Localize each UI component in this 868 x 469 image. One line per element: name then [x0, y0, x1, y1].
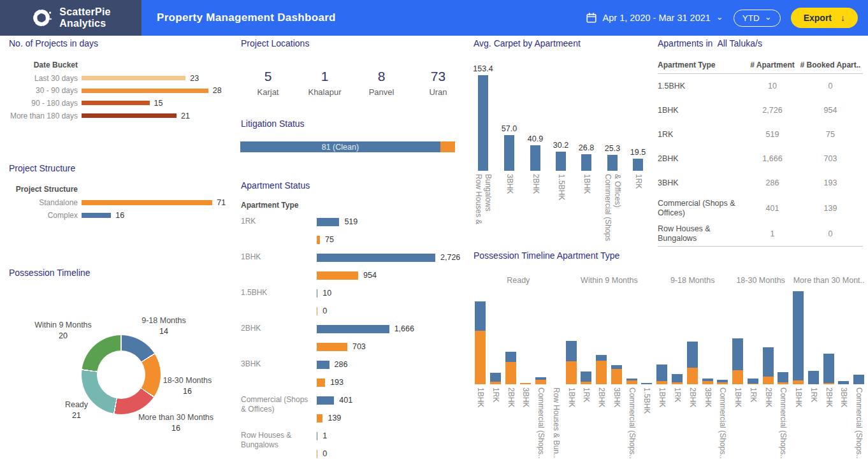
bar[interactable] [82, 113, 177, 118]
bar-segment-available[interactable] [475, 301, 486, 331]
bar-segment-available[interactable] [566, 341, 577, 361]
table-row[interactable]: 3BHK286193 [658, 171, 863, 195]
table-row[interactable]: 1BHK2,726954 [658, 98, 863, 122]
axis-label: 1BHK [733, 387, 742, 469]
axis-label: Commercial (Shops.. [854, 387, 864, 469]
bar-segment-booked[interactable] [490, 382, 501, 384]
bar[interactable] [317, 218, 339, 226]
bar-segment-booked[interactable] [535, 380, 546, 384]
bar-segment-booked[interactable] [596, 361, 607, 384]
bar-segment-available[interactable] [672, 374, 683, 382]
bar[interactable] [504, 135, 514, 171]
bar-segment-booked[interactable] [656, 381, 667, 384]
bar[interactable] [82, 200, 212, 205]
axis-label[interactable]: Commercial (Shops & Offices) [603, 174, 622, 250]
bar-segment-available[interactable] [793, 291, 804, 380]
location-kpi[interactable]: 5Karjat [240, 69, 296, 97]
axis-label[interactable]: 1BHK [582, 174, 591, 250]
bar[interactable] [317, 254, 435, 262]
location-kpi[interactable]: 1Khalapur [296, 69, 353, 97]
axis-label[interactable]: Row Houses & Bungalows [474, 174, 493, 250]
bar[interactable] [317, 414, 322, 422]
bar-segment-booked[interactable] [687, 368, 698, 384]
axis-label[interactable]: 1RK [633, 174, 643, 250]
bar[interactable] [478, 75, 488, 171]
bar-segment-available[interactable] [808, 371, 819, 384]
bar[interactable] [633, 159, 643, 171]
litigation-segment[interactable]: 81 (Clean) [240, 141, 440, 152]
bar-segment-booked[interactable] [748, 384, 758, 384]
bar-segment-available[interactable] [823, 354, 834, 383]
bar[interactable] [82, 101, 150, 105]
bar[interactable] [317, 450, 317, 458]
value-label: 30.2 [548, 141, 574, 150]
bar-segment-booked[interactable] [611, 369, 622, 384]
bar-segment-booked[interactable] [672, 382, 683, 384]
bar[interactable] [317, 361, 329, 369]
bar[interactable] [82, 89, 208, 93]
bar-segment-available[interactable] [778, 372, 788, 382]
bar[interactable] [82, 76, 185, 80]
table-row[interactable]: 1.5BHK100 [658, 74, 863, 98]
bar-segment-available[interactable] [748, 379, 758, 384]
bar-segment-available[interactable] [596, 355, 607, 361]
bar-segment-booked[interactable] [566, 361, 577, 384]
bar-segment-available[interactable] [732, 338, 743, 370]
bar-segment-available[interactable] [853, 375, 864, 384]
bar[interactable] [581, 154, 591, 171]
bar[interactable] [607, 155, 618, 171]
bar[interactable] [530, 145, 540, 171]
bar-segment-available[interactable] [535, 377, 546, 380]
bar-segment-booked[interactable] [702, 381, 713, 384]
location-kpi[interactable]: 73Uran [410, 69, 467, 97]
axis-label[interactable]: 3BHK [505, 174, 514, 250]
bar-segment-booked[interactable] [823, 383, 834, 384]
bar-segment-available[interactable] [838, 381, 849, 384]
title-apartment-status: Apartment Status [241, 180, 310, 191]
bar-segment-booked[interactable] [778, 382, 788, 384]
date-range-picker[interactable]: Apr 1, 2020 - Mar 31 2021 ⌄ [586, 12, 723, 24]
bar-segment-booked[interactable] [475, 331, 486, 384]
bar[interactable] [317, 396, 334, 405]
bar[interactable] [317, 307, 317, 315]
period-selector[interactable]: YTD ⌄ [734, 10, 781, 27]
bar-segment-booked[interactable] [520, 383, 531, 384]
bar[interactable] [317, 236, 320, 244]
bar[interactable] [317, 379, 325, 387]
bar-segment-available[interactable] [611, 365, 622, 369]
bar-segment-booked[interactable] [505, 362, 516, 384]
bar[interactable] [317, 289, 317, 298]
location-kpi[interactable]: 8Panvel [353, 69, 410, 97]
bar[interactable] [317, 343, 347, 351]
bar[interactable] [556, 152, 566, 171]
bar-segment-available[interactable] [687, 342, 698, 368]
table-row[interactable]: 2BHK1,666703 [658, 147, 863, 171]
bar[interactable] [317, 432, 317, 440]
bar-segment-available[interactable] [656, 364, 667, 381]
bar-segment-available[interactable] [717, 380, 728, 382]
table-row[interactable]: 1RK51975 [658, 122, 863, 147]
bar-segment-booked[interactable] [793, 380, 804, 384]
axis-label-line: 3BHK [241, 359, 314, 369]
bar-segment-available[interactable] [763, 347, 774, 377]
bar-segment-booked[interactable] [763, 377, 774, 384]
bar-segment-available[interactable] [641, 383, 652, 384]
bar-segment-available[interactable] [490, 373, 501, 382]
bar-segment-available[interactable] [505, 352, 516, 362]
bar-segment-booked[interactable] [732, 370, 743, 384]
axis-label[interactable]: 2BHK [531, 174, 540, 250]
export-button[interactable]: Export ↓ [791, 8, 858, 28]
bar-segment-available[interactable] [581, 372, 591, 382]
axis-label[interactable]: 1.5BHK [556, 174, 566, 250]
bar-segment-available[interactable] [626, 379, 637, 380]
bar[interactable] [317, 271, 358, 280]
bar-segment-booked[interactable] [717, 382, 728, 384]
bar[interactable] [82, 213, 111, 218]
table-row[interactable]: Commercial (Shops & Offices)401139 [658, 195, 863, 221]
bar-segment-available[interactable] [702, 379, 713, 381]
bar-segment-booked[interactable] [581, 382, 591, 384]
table-row[interactable]: Row Houses & Bungalows10 [658, 221, 863, 247]
bar[interactable] [317, 325, 389, 333]
litigation-segment[interactable] [440, 141, 455, 152]
bar-segment-booked[interactable] [626, 380, 637, 384]
